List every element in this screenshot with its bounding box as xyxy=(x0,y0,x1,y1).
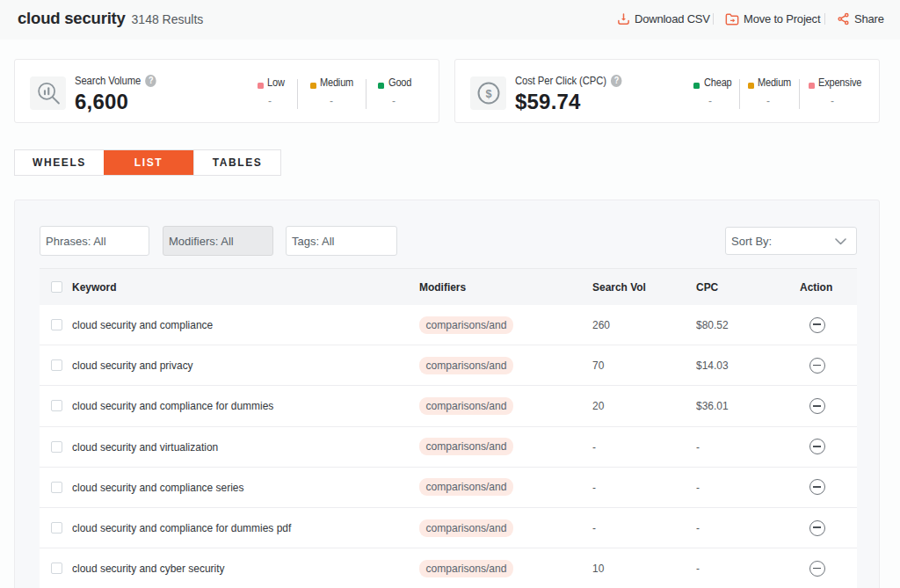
svg-text:$: $ xyxy=(485,88,491,100)
